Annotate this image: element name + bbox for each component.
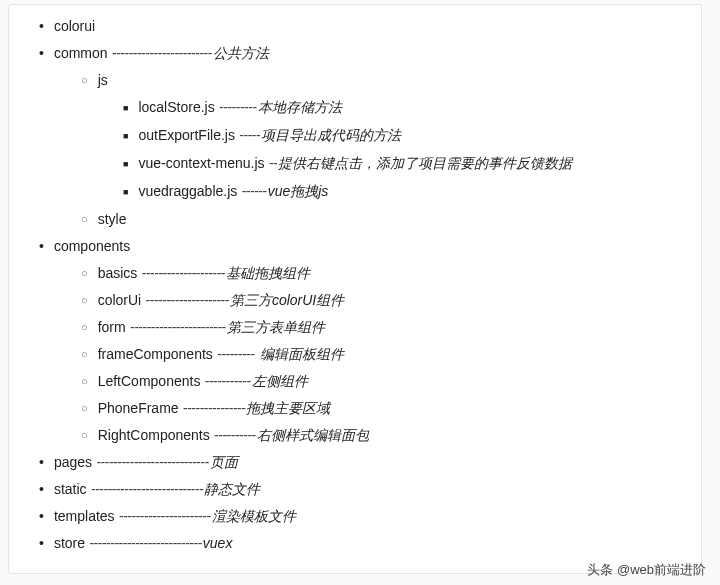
item-separator: --------------------------- [86,535,202,551]
item-name: static [54,481,87,497]
item-description: 本地存储方法 [258,99,342,115]
item-description: 渲染模板文件 [212,508,296,524]
item-separator: ----------- [201,373,250,389]
item-name: basics [98,265,138,281]
item-description: 基础拖拽组件 [226,265,310,281]
tree-item: vue-context-menu.js --提供右键点击，添加了项目需要的事件反… [123,150,701,178]
item-description: 第三方表单组件 [227,319,325,335]
item-description: 页面 [210,454,238,470]
item-name: colorUi [98,292,142,308]
tree-item: templates ----------------------渲染模板文件 [9,503,701,530]
item-separator: ------------------------ [109,45,212,61]
item-description: 第三方colorUI组件 [230,292,344,308]
item-name: templates [54,508,115,524]
attribution-footer: 头条 @web前端进阶 [587,561,706,579]
item-description: 右侧样式编辑面包 [257,427,369,443]
item-name: js [98,72,108,88]
tree-item: localStore.js ---------本地存储方法 [123,94,701,122]
item-separator: ---------------------- [116,508,211,524]
code-structure-card: colorui common ------------------------公… [8,4,702,574]
item-name: colorui [54,18,95,34]
tree-item: static ---------------------------静态文件 [9,476,701,503]
item-separator: -------------------- [138,265,225,281]
item-description: 公共方法 [213,45,269,61]
item-name: vue-context-menu.js [138,155,264,171]
tree-item: colorUi --------------------第三方colorUI组件 [81,287,701,314]
item-description: 静态文件 [204,481,260,497]
item-name: LeftComponents [98,373,201,389]
item-separator: --------- [216,99,257,115]
tree-item: colorui [9,13,701,40]
tree-item: basics --------------------基础拖拽组件 [81,260,701,287]
item-separator: --------- [214,346,255,362]
tree-item: vuedraggable.js ------vue拖拽js [123,178,701,206]
item-separator: --------------------------- [88,481,204,497]
item-separator: ------ [238,183,266,199]
item-description: 编辑面板组件 [256,346,344,362]
item-name: frameComponents [98,346,213,362]
item-description: 左侧组件 [252,373,308,389]
item-name: localStore.js [138,99,214,115]
item-name: outExportFile.js [138,127,234,143]
tree-item: LeftComponents -----------左侧组件 [81,368,701,395]
directory-tree: colorui common ------------------------公… [9,13,701,557]
item-name: common [54,45,108,61]
tree-item: style [81,206,701,233]
item-separator: ----- [236,127,260,143]
tree-item: components basics --------------------基础… [9,233,701,449]
tree-item: common ------------------------公共方法 js l… [9,40,701,233]
tree-item: PhoneFrame ---------------拖拽主要区域 [81,395,701,422]
item-description: vuex [203,535,233,551]
item-name: PhoneFrame [98,400,179,416]
tree-item: outExportFile.js -----项目导出成代码的方法 [123,122,701,150]
item-name: style [98,211,127,227]
item-name: vuedraggable.js [138,183,237,199]
item-separator: --------------------------- [93,454,209,470]
item-separator: --------------- [180,400,246,416]
item-separator: -------------------- [142,292,229,308]
item-name: RightComponents [98,427,210,443]
item-description: 项目导出成代码的方法 [261,127,401,143]
item-name: pages [54,454,92,470]
tree-item: js localStore.js ---------本地存储方法 outExpo… [81,67,701,206]
item-description: vue拖拽js [268,183,329,199]
tree-item: frameComponents --------- 编辑面板组件 [81,341,701,368]
item-name: components [54,238,130,254]
item-separator: ----------------------- [127,319,226,335]
item-separator: ---------- [211,427,256,443]
item-separator: -- [266,155,278,171]
tree-item: RightComponents ----------右侧样式编辑面包 [81,422,701,449]
tree-item: store ---------------------------vuex [9,530,701,557]
item-name: store [54,535,85,551]
tree-item: pages ---------------------------页面 [9,449,701,476]
item-name: form [98,319,126,335]
item-description: 拖拽主要区域 [246,400,330,416]
tree-item: form -----------------------第三方表单组件 [81,314,701,341]
item-description: 提供右键点击，添加了项目需要的事件反馈数据 [278,155,572,171]
